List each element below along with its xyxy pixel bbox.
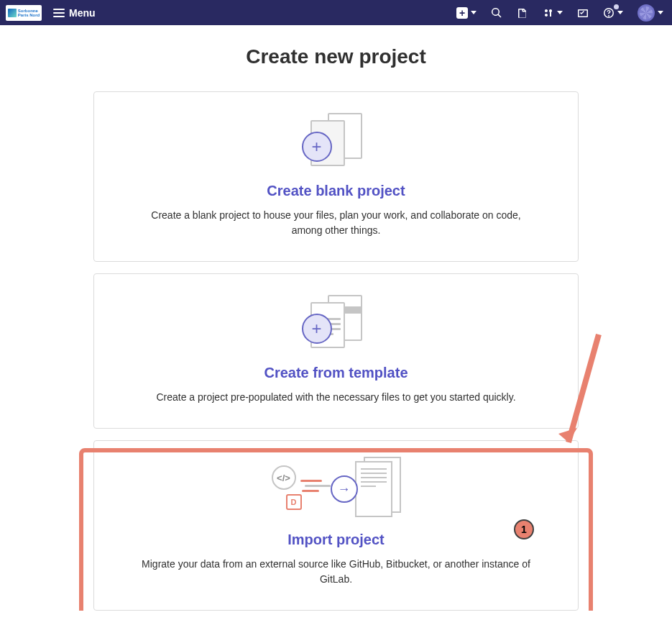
blank-project-illustration: + <box>114 112 558 170</box>
search-button[interactable] <box>488 4 505 22</box>
help-icon <box>603 7 615 19</box>
card-title: Create from template <box>114 365 558 381</box>
issues-button[interactable] <box>514 4 531 22</box>
page-title: Create new project <box>0 45 672 68</box>
chevron-down-icon <box>658 11 663 14</box>
issues-icon <box>517 7 528 19</box>
card-title: Import project <box>114 532 558 548</box>
chevron-down-icon <box>617 11 623 14</box>
import-illustration: </> D → <box>114 461 558 519</box>
merge-requests-dropdown[interactable] <box>540 4 566 22</box>
user-menu[interactable] <box>635 1 666 24</box>
card-title: Create blank project <box>114 183 558 199</box>
chevron-down-icon <box>471 11 477 14</box>
new-dropdown[interactable]: + <box>454 4 479 22</box>
brand-logo[interactable]: SorbonneParis Nord <box>6 5 42 21</box>
card-description: Create a blank project to house your fil… <box>135 208 538 238</box>
menu-toggle[interactable]: Menu <box>53 7 96 19</box>
todos-button[interactable] <box>574 4 592 22</box>
help-dropdown[interactable] <box>600 4 626 22</box>
chevron-down-icon <box>557 11 563 14</box>
todo-icon <box>577 7 589 19</box>
import-project-card[interactable]: </> D → Import project Migrate your data… <box>93 440 579 611</box>
avatar <box>638 4 655 22</box>
card-description: Create a project pre-populated with the … <box>135 390 538 405</box>
create-from-template-card[interactable]: + Create from template Create a project … <box>93 273 579 429</box>
notification-dot-icon <box>614 4 619 9</box>
top-navbar: SorbonneParis Nord Menu + <box>0 0 672 25</box>
menu-label: Menu <box>69 7 96 19</box>
merge-request-icon <box>543 7 554 19</box>
template-illustration: + <box>114 294 558 352</box>
plus-icon: + <box>456 7 468 19</box>
hamburger-icon <box>53 9 65 17</box>
create-blank-project-card[interactable]: + Create blank project Create a blank pr… <box>93 91 579 262</box>
search-icon <box>491 7 502 19</box>
card-description: Migrate your data from an external sourc… <box>135 557 538 587</box>
